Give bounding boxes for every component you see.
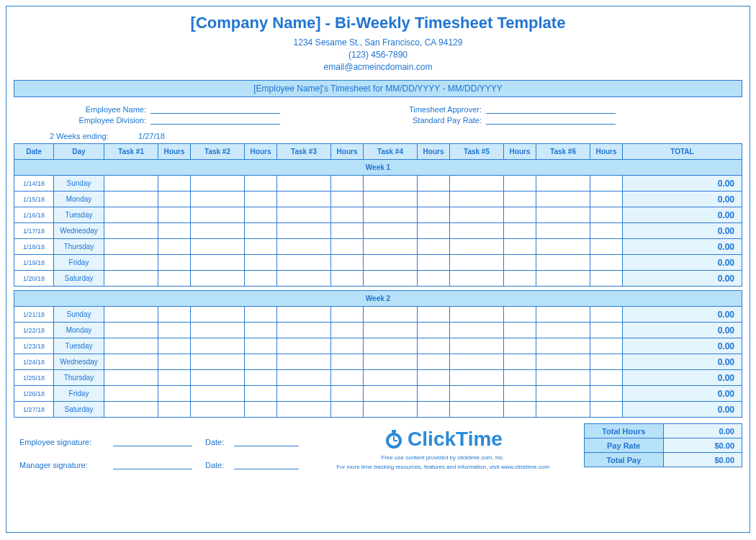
task-cell[interactable] xyxy=(536,338,590,354)
task-cell[interactable] xyxy=(104,271,158,287)
hours-cell[interactable] xyxy=(245,239,277,255)
task-cell[interactable] xyxy=(191,323,245,338)
task-cell[interactable] xyxy=(277,239,331,255)
task-cell[interactable] xyxy=(277,386,331,402)
task-cell[interactable] xyxy=(277,223,331,239)
hours-cell[interactable] xyxy=(504,307,536,323)
task-cell[interactable] xyxy=(536,370,590,386)
hours-cell[interactable] xyxy=(590,323,623,338)
task-cell[interactable] xyxy=(450,402,504,418)
hours-cell[interactable] xyxy=(245,271,277,287)
hours-cell[interactable] xyxy=(245,354,277,370)
hours-cell[interactable] xyxy=(418,354,450,370)
hours-cell[interactable] xyxy=(418,239,450,255)
task-cell[interactable] xyxy=(104,402,158,418)
task-cell[interactable] xyxy=(104,192,158,207)
approver-input[interactable] xyxy=(486,104,616,114)
task-cell[interactable] xyxy=(450,370,504,386)
hours-cell[interactable] xyxy=(418,386,450,402)
hours-cell[interactable] xyxy=(418,338,450,354)
task-cell[interactable] xyxy=(277,176,331,192)
task-cell[interactable] xyxy=(191,386,245,402)
task-cell[interactable] xyxy=(364,207,418,223)
hours-cell[interactable] xyxy=(245,338,277,354)
task-cell[interactable] xyxy=(364,176,418,192)
hours-cell[interactable] xyxy=(418,207,450,223)
hours-cell[interactable] xyxy=(418,271,450,287)
hours-cell[interactable] xyxy=(331,192,364,207)
task-cell[interactable] xyxy=(450,239,504,255)
hours-cell[interactable] xyxy=(158,176,191,192)
task-cell[interactable] xyxy=(277,323,331,338)
task-cell[interactable] xyxy=(536,271,590,287)
task-cell[interactable] xyxy=(277,192,331,207)
task-cell[interactable] xyxy=(104,176,158,192)
pay-rate-input[interactable] xyxy=(486,115,616,125)
hours-cell[interactable] xyxy=(158,338,191,354)
emp-date-input[interactable] xyxy=(234,436,299,446)
hours-cell[interactable] xyxy=(331,255,364,271)
hours-cell[interactable] xyxy=(331,207,364,223)
hours-cell[interactable] xyxy=(245,386,277,402)
employee-division-input[interactable] xyxy=(150,115,280,125)
hours-cell[interactable] xyxy=(590,207,623,223)
hours-cell[interactable] xyxy=(504,323,536,338)
hours-cell[interactable] xyxy=(504,271,536,287)
task-cell[interactable] xyxy=(104,207,158,223)
task-cell[interactable] xyxy=(450,255,504,271)
hours-cell[interactable] xyxy=(158,271,191,287)
hours-cell[interactable] xyxy=(418,402,450,418)
manager-signature-input[interactable] xyxy=(113,459,192,469)
task-cell[interactable] xyxy=(536,386,590,402)
task-cell[interactable] xyxy=(536,207,590,223)
task-cell[interactable] xyxy=(364,338,418,354)
hours-cell[interactable] xyxy=(418,176,450,192)
task-cell[interactable] xyxy=(104,223,158,239)
task-cell[interactable] xyxy=(277,402,331,418)
task-cell[interactable] xyxy=(364,354,418,370)
hours-cell[interactable] xyxy=(245,370,277,386)
hours-cell[interactable] xyxy=(331,323,364,338)
hours-cell[interactable] xyxy=(158,402,191,418)
task-cell[interactable] xyxy=(450,338,504,354)
task-cell[interactable] xyxy=(450,307,504,323)
hours-cell[interactable] xyxy=(331,223,364,239)
task-cell[interactable] xyxy=(364,307,418,323)
task-cell[interactable] xyxy=(364,323,418,338)
task-cell[interactable] xyxy=(104,338,158,354)
hours-cell[interactable] xyxy=(245,402,277,418)
hours-cell[interactable] xyxy=(590,192,623,207)
hours-cell[interactable] xyxy=(331,338,364,354)
hours-cell[interactable] xyxy=(245,223,277,239)
hours-cell[interactable] xyxy=(590,239,623,255)
task-cell[interactable] xyxy=(277,354,331,370)
hours-cell[interactable] xyxy=(504,223,536,239)
task-cell[interactable] xyxy=(364,223,418,239)
hours-cell[interactable] xyxy=(590,386,623,402)
hours-cell[interactable] xyxy=(590,176,623,192)
task-cell[interactable] xyxy=(104,386,158,402)
task-cell[interactable] xyxy=(364,239,418,255)
task-cell[interactable] xyxy=(191,255,245,271)
task-cell[interactable] xyxy=(191,354,245,370)
hours-cell[interactable] xyxy=(418,223,450,239)
task-cell[interactable] xyxy=(450,386,504,402)
hours-cell[interactable] xyxy=(158,239,191,255)
task-cell[interactable] xyxy=(104,255,158,271)
hours-cell[interactable] xyxy=(158,223,191,239)
hours-cell[interactable] xyxy=(418,307,450,323)
hours-cell[interactable] xyxy=(245,307,277,323)
employee-signature-input[interactable] xyxy=(113,436,192,446)
hours-cell[interactable] xyxy=(158,192,191,207)
task-cell[interactable] xyxy=(277,271,331,287)
hours-cell[interactable] xyxy=(504,207,536,223)
task-cell[interactable] xyxy=(450,192,504,207)
task-cell[interactable] xyxy=(191,223,245,239)
task-cell[interactable] xyxy=(104,239,158,255)
task-cell[interactable] xyxy=(104,354,158,370)
hours-cell[interactable] xyxy=(158,307,191,323)
hours-cell[interactable] xyxy=(504,239,536,255)
hours-cell[interactable] xyxy=(158,354,191,370)
task-cell[interactable] xyxy=(277,307,331,323)
task-cell[interactable] xyxy=(364,192,418,207)
